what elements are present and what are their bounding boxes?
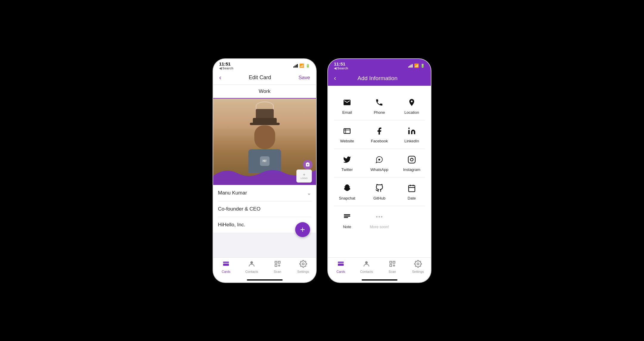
website-label: Website xyxy=(340,139,354,143)
name-field-row[interactable]: Manu Kumar ⌄ xyxy=(218,185,311,201)
svg-point-21 xyxy=(381,216,383,217)
settings-icon-1 xyxy=(299,260,307,268)
settings-tab-icon-2 xyxy=(414,260,422,269)
location-label: Location xyxy=(404,110,419,115)
twitter-label: Twitter xyxy=(341,167,353,172)
name-chevron-icon: ⌄ xyxy=(307,190,311,196)
info-item-whatsapp[interactable]: WhatsApp xyxy=(363,149,395,177)
info-grid: Email Phone Location xyxy=(331,92,428,234)
signal-bar-2-1 xyxy=(408,66,409,68)
info-item-note[interactable]: Note xyxy=(331,206,363,234)
settings-tab-label-2: Settings xyxy=(412,270,424,273)
title-field-value: Co-founder & CEO xyxy=(218,206,261,212)
info-item-more: More soon! xyxy=(363,206,395,234)
scan-tab-label-2: Scan xyxy=(388,270,396,273)
settings-icon-2 xyxy=(414,260,422,268)
instagram-label: Instagram xyxy=(403,167,420,172)
info-item-instagram[interactable]: Instagram xyxy=(396,149,428,177)
fab-plus-icon: + xyxy=(300,225,305,234)
info-item-email[interactable]: Email xyxy=(331,92,363,120)
email-label: Email xyxy=(342,110,352,115)
contacts-icon xyxy=(248,260,256,268)
svg-point-12 xyxy=(379,159,380,161)
battery-icon-1: 🔋 xyxy=(306,64,310,68)
info-item-facebook[interactable]: Facebook xyxy=(363,120,395,149)
tab-scan-1[interactable]: Scan xyxy=(265,260,290,273)
tab-cards-1[interactable]: Cards xyxy=(213,260,239,273)
svg-point-29 xyxy=(417,263,419,265)
tab-cards-2[interactable]: Cards xyxy=(328,260,354,273)
date-icon xyxy=(408,183,416,194)
status-icons-1: 📶 🔋 xyxy=(293,63,310,68)
tab-contacts-2[interactable]: Contacts xyxy=(354,260,379,273)
info-item-website[interactable]: Website xyxy=(331,120,363,149)
svg-rect-13 xyxy=(408,156,415,163)
logo-plus-icon: + xyxy=(303,172,305,177)
add-info-fab-button[interactable]: + xyxy=(295,222,310,237)
email-icon xyxy=(343,97,351,108)
signal-bars-2 xyxy=(408,64,413,68)
tab-contacts-1[interactable]: Contacts xyxy=(239,260,264,273)
search-back-1[interactable]: ◀ Search xyxy=(219,66,233,70)
back-button-1[interactable]: ‹ xyxy=(219,74,221,82)
info-item-location[interactable]: Location xyxy=(396,92,428,120)
battery-icon-2: 🔋 xyxy=(420,64,425,68)
note-icon xyxy=(343,211,351,222)
instagram-icon xyxy=(408,154,416,165)
svg-point-11 xyxy=(408,127,410,129)
svg-point-2 xyxy=(250,261,253,264)
svg-rect-15 xyxy=(408,185,415,191)
info-item-github[interactable]: GitHub xyxy=(363,177,395,206)
scan-tab-icon-2 xyxy=(388,260,396,269)
snapchat-icon xyxy=(343,183,351,194)
name-field-value: Manu Kumar xyxy=(218,190,247,196)
scan-tab-icon-1 xyxy=(274,260,281,269)
scan-icon xyxy=(274,260,281,268)
tab-scan-2[interactable]: Scan xyxy=(380,260,405,273)
signal-bar-2-3 xyxy=(411,65,411,68)
more-icon xyxy=(375,211,383,222)
back-button-2[interactable]: ‹ xyxy=(334,74,336,82)
tab-settings-1[interactable]: Settings xyxy=(290,260,316,273)
signal-bar-2-2 xyxy=(409,66,410,68)
signal-bar-1 xyxy=(293,66,294,68)
signal-bar-4 xyxy=(297,64,298,68)
info-item-linkedin[interactable]: LinkedIn xyxy=(396,120,428,149)
hat-brim xyxy=(253,118,277,124)
wifi-icon-2: 📶 xyxy=(414,63,419,68)
hi-badge: Hi! xyxy=(260,156,270,166)
logo-upload-button[interactable]: + LOGO xyxy=(296,169,312,183)
svg-point-6 xyxy=(278,265,280,266)
info-item-date[interactable]: Date xyxy=(396,177,428,206)
add-info-header: ‹ Add Information xyxy=(328,71,431,86)
cards-icon xyxy=(222,260,230,268)
title-field-row[interactable]: Co-founder & CEO xyxy=(218,201,311,217)
github-label: GitHub xyxy=(373,196,385,200)
card-content: Hi! + xyxy=(213,99,316,257)
person-figure: Hi! xyxy=(248,109,281,173)
signal-bars-1 xyxy=(293,64,298,68)
contacts-tab-icon-1 xyxy=(248,260,256,269)
status-time-1: 11:51 xyxy=(219,61,233,66)
signal-bar-3 xyxy=(296,65,297,68)
hat-top xyxy=(256,109,274,118)
logo-label: LOGO xyxy=(301,177,307,180)
cards-icon-2 xyxy=(337,260,345,268)
signal-bar-2 xyxy=(295,66,295,68)
work-tab[interactable]: Work xyxy=(213,85,316,99)
info-item-snapchat[interactable]: Snapchat xyxy=(331,177,363,206)
svg-rect-23 xyxy=(338,263,344,266)
save-button[interactable]: Save xyxy=(298,75,310,81)
svg-rect-25 xyxy=(390,261,392,263)
edit-card-header: ‹ Edit Card Save xyxy=(213,71,316,85)
whatsapp-label: WhatsApp xyxy=(371,167,388,172)
info-item-phone[interactable]: Phone xyxy=(363,92,395,120)
screens-container: 11:51 ◀ Search 📶 🔋 ‹ Edit Card Save Work xyxy=(213,59,431,282)
phone-label: Phone xyxy=(374,110,385,115)
contacts-tab-label-2: Contacts xyxy=(360,270,373,273)
tab-settings-2[interactable]: Settings xyxy=(405,260,431,273)
info-item-twitter[interactable]: Twitter xyxy=(331,149,363,177)
linkedin-icon xyxy=(408,126,416,136)
location-icon xyxy=(408,97,416,108)
search-back-2[interactable]: ◀ Search xyxy=(334,66,348,70)
